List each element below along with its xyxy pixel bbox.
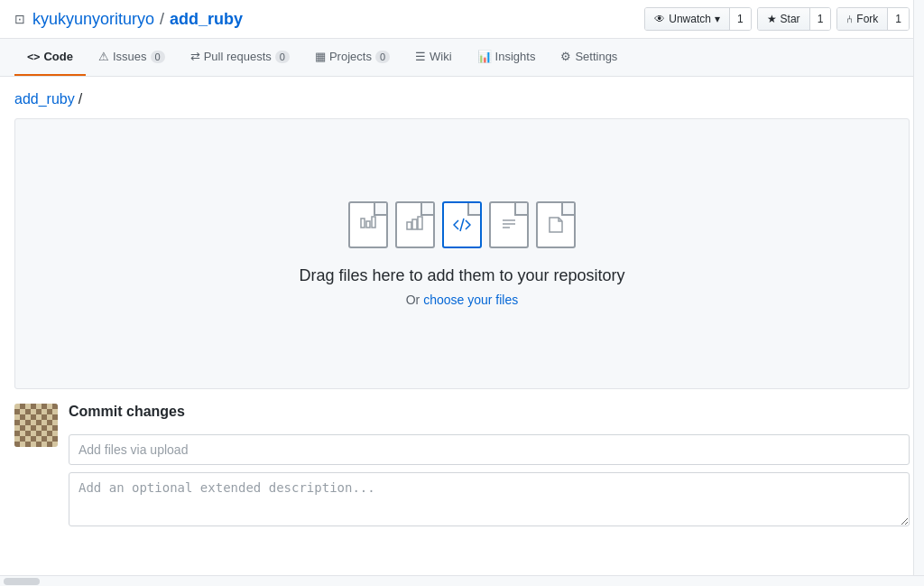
choose-files-link[interactable]: choose your files [423,293,518,307]
star-btn-group: ★ Star 1 [757,7,832,31]
drop-title: Drag files here to add them to your repo… [299,266,624,285]
tab-issues[interactable]: ⚠ Issues 0 [86,39,178,76]
projects-tab-label: Projects [329,50,372,63]
projects-badge: 0 [375,51,390,63]
insights-tab-icon: 📊 [477,50,492,63]
svg-rect-0 [361,219,365,228]
fork-btn-group: ⑃ Fork 1 [836,7,910,31]
breadcrumb-slash: / [79,91,82,107]
star-icon: ★ [767,13,777,25]
repo-icon: ⊡ [14,12,25,26]
data-file-icon [348,201,388,248]
commit-description-input[interactable] [69,472,910,526]
commit-form: Commit changes [69,404,910,526]
pull-requests-badge: 0 [275,51,290,63]
projects-tab-icon: ▦ [315,50,326,63]
main-content: add_ruby / [0,77,924,555]
issues-badge: 0 [151,51,165,63]
watch-label: Unwatch [669,13,711,25]
pdf-file-icon [536,201,576,248]
issues-tab-icon: ⚠ [98,50,109,63]
tab-insights[interactable]: 📊 Insights [465,39,549,76]
commit-title-input[interactable] [69,434,910,465]
user-avatar [14,404,58,447]
tab-wiki[interactable]: ☰ Wiki [402,39,465,76]
repo-title: ⊡ kyukyunyorituryo / add_ruby [14,10,243,29]
watch-btn-group: 👁 Unwatch ▾ 1 [644,7,751,31]
commit-section: Commit changes [14,404,910,541]
fork-label: Fork [856,13,878,25]
code-tab-icon: <> [27,51,40,63]
svg-rect-5 [418,217,422,229]
settings-tab-label: Settings [575,50,617,63]
svg-rect-4 [412,219,417,229]
wiki-tab-icon: ☰ [415,50,426,63]
repo-nav: <> Code ⚠ Issues 0 ⇄ Pull requests 0 ▦ P… [0,39,924,77]
svg-rect-3 [407,222,411,229]
tab-code[interactable]: <> Code [14,39,86,76]
watch-icon: 👁 [654,13,665,25]
code-tab-label: Code [43,50,73,63]
page-header: ⊡ kyukyunyorituryo / add_ruby 👁 Unwatch … [0,0,924,39]
fork-count[interactable]: 1 [887,8,909,30]
breadcrumb: add_ruby / [14,91,910,107]
fork-button[interactable]: ⑃ Fork [837,8,887,30]
watch-count[interactable]: 1 [729,8,751,30]
pull-requests-tab-label: Pull requests [204,50,272,63]
svg-line-6 [460,219,464,231]
star-button[interactable]: ★ Star [758,8,809,30]
text-file-icon [489,201,529,248]
chart-file-icon [395,201,435,248]
file-drop-zone[interactable]: Drag files here to add them to your repo… [14,118,910,389]
header-actions: 👁 Unwatch ▾ 1 ★ Star 1 ⑃ Fork 1 [644,7,910,31]
tab-projects[interactable]: ▦ Projects 0 [302,39,402,76]
tab-settings[interactable]: ⚙ Settings [548,39,630,76]
watch-dropdown-icon: ▾ [715,13,720,25]
insights-tab-label: Insights [495,50,536,63]
repo-owner-link[interactable]: kyukyunyorituryo [32,10,154,29]
watch-button[interactable]: 👁 Unwatch ▾ [645,8,729,30]
tab-pull-requests[interactable]: ⇄ Pull requests 0 [178,39,302,76]
drop-subtitle: Or choose your files [406,293,519,307]
wiki-tab-label: Wiki [430,50,452,63]
pull-requests-tab-icon: ⇄ [190,50,200,63]
issues-tab-label: Issues [113,50,147,63]
svg-rect-1 [366,221,370,228]
breadcrumb-repo-link[interactable]: add_ruby [14,91,75,107]
fork-icon: ⑃ [846,13,853,25]
drop-or-text: Or [406,293,423,307]
vertical-scrollbar[interactable] [913,0,924,555]
settings-tab-icon: ⚙ [560,50,571,63]
code-file-icon [442,201,482,248]
star-label: Star [781,13,800,25]
commit-section-title: Commit changes [69,404,910,420]
title-separator: / [160,10,164,29]
svg-rect-2 [372,217,375,228]
repo-name-link[interactable]: add_ruby [170,10,243,29]
star-count[interactable]: 1 [809,8,831,30]
file-type-icons [348,201,576,248]
avatar-image [14,404,58,447]
